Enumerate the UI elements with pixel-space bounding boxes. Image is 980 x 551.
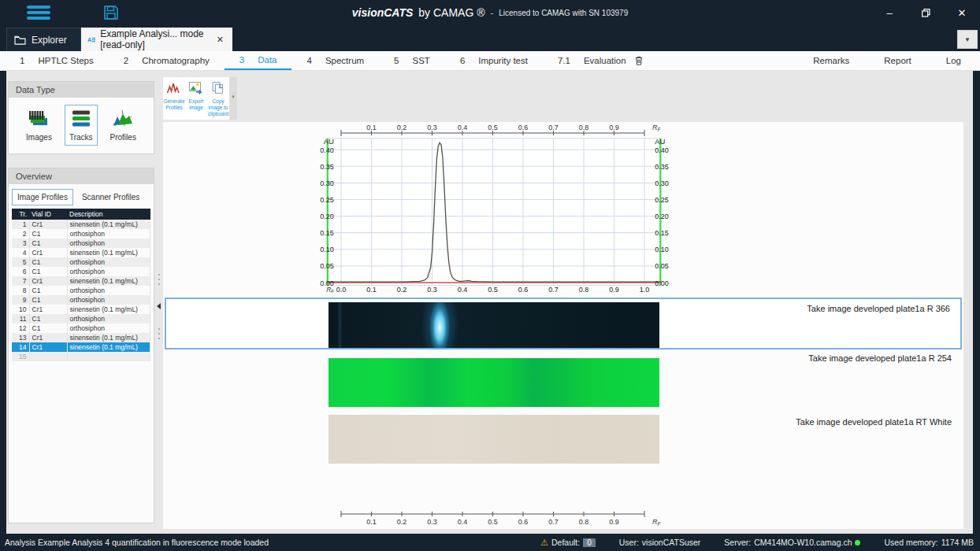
image-row-label: Take image developed plate1a R 254 bbox=[808, 353, 952, 363]
minimize-button[interactable]: – bbox=[871, 0, 908, 25]
data-type-profiles[interactable]: Profiles bbox=[106, 105, 141, 146]
image-row-img-white[interactable]: Take image developed plate1a RT White bbox=[165, 410, 962, 467]
x-tick-label: 0.1 bbox=[366, 286, 377, 294]
nav-link-log[interactable]: Log bbox=[946, 56, 961, 65]
nav-link-report[interactable]: Report bbox=[884, 56, 911, 65]
description: orthosiphon bbox=[67, 229, 150, 239]
densitogram-chart: 0.10.20.30.40.50.60.70.80.9RFAUAU0.000.0… bbox=[163, 122, 963, 297]
x-tick-label: 0.5 bbox=[488, 286, 498, 294]
ruler-tick-label: 0.5 bbox=[488, 124, 498, 131]
step-tab-evaluation[interactable]: 7.1Evaluation bbox=[543, 51, 658, 70]
step-tab-data[interactable]: 3Data bbox=[225, 51, 292, 70]
track-row[interactable]: 9C1orthosiphon bbox=[12, 295, 150, 305]
copy-image-to-clipboard-button[interactable]: Copy image to clipboard bbox=[207, 77, 229, 120]
step-tab-sst[interactable]: 5SST bbox=[379, 51, 445, 70]
nav-link-remarks[interactable]: Remarks bbox=[813, 56, 849, 65]
svg-text:A: A bbox=[87, 36, 92, 43]
collapse-sidebar-icon[interactable] bbox=[157, 303, 161, 309]
toolbar-overflow-button[interactable]: ▼ bbox=[229, 77, 237, 120]
vial-id: C1 bbox=[29, 229, 67, 239]
close-button[interactable]: ✕ bbox=[944, 0, 980, 25]
data-type-images[interactable]: Images bbox=[21, 105, 57, 146]
track-row[interactable]: 1Cr1sinensetin (0.1 mg/mL) bbox=[12, 220, 150, 229]
restore-button[interactable] bbox=[908, 0, 944, 25]
user-label: User: bbox=[619, 538, 639, 547]
track-number: 2 bbox=[12, 229, 29, 239]
plate-image-img-366[interactable] bbox=[329, 302, 659, 348]
track-row[interactable]: 7Cr1sinensetin (0.1 mg/mL) bbox=[12, 276, 150, 286]
export-image-button[interactable]: Export image bbox=[185, 77, 207, 120]
track-row[interactable]: 10Cr1sinensetin (0.1 mg/mL) bbox=[12, 305, 150, 314]
delete-step-icon[interactable] bbox=[635, 56, 643, 65]
data-type-label: Tracks bbox=[69, 133, 93, 142]
track-number: 11 bbox=[12, 314, 29, 324]
server-status: Server: CM414MO-W10.camag.ch bbox=[724, 538, 860, 547]
step-links: RemarksReportLog bbox=[813, 51, 980, 70]
track-row[interactable]: 4Cr1sinensetin (0.1 mg/mL) bbox=[12, 248, 150, 257]
description: sinensetin (0.1 mg/mL) bbox=[67, 342, 150, 352]
sidebar-splitter[interactable] bbox=[156, 122, 163, 529]
track-row[interactable]: 2C1orthosiphon bbox=[12, 229, 150, 239]
ruler-tick-label: 0.5 bbox=[488, 518, 498, 526]
splitter-grip[interactable] bbox=[158, 328, 160, 339]
column-header[interactable]: Vial ID bbox=[29, 209, 67, 220]
tab-scanner-profiles[interactable]: Scanner Profiles bbox=[76, 189, 145, 205]
track-row[interactable]: 11C1orthosiphon bbox=[12, 314, 150, 324]
image-row-img-254[interactable]: Take image developed plate1a R 254 bbox=[165, 352, 962, 407]
tab-close-icon[interactable]: ✕ bbox=[214, 33, 226, 46]
plate-image-img-254[interactable] bbox=[329, 358, 659, 407]
data-type-header: Data Type bbox=[9, 82, 154, 98]
step-number: 4 bbox=[306, 56, 311, 65]
track-row[interactable]: 5C1orthosiphon bbox=[12, 257, 150, 267]
generate-profiles-button[interactable]: Generate Profiles bbox=[163, 77, 185, 120]
track-row[interactable]: 14Cr1sinensetin (0.1 mg/mL) bbox=[12, 342, 150, 352]
vial-id: C1 bbox=[29, 324, 67, 333]
overview-header: Overview bbox=[9, 168, 154, 184]
step-tab-impurity-test[interactable]: 6Impurity test bbox=[445, 51, 543, 70]
description: orthosiphon bbox=[67, 314, 150, 324]
step-tab-chromatography[interactable]: 2Chromatography bbox=[109, 51, 225, 70]
tab-document[interactable]: A Example Analysi... mode [read-only] ✕ bbox=[81, 28, 232, 51]
step-label: Evaluation bbox=[584, 56, 626, 65]
step-label: Impurity test bbox=[478, 56, 528, 65]
step-number: 7.1 bbox=[558, 56, 570, 65]
description: sinensetin (0.1 mg/mL) bbox=[67, 305, 150, 314]
description: orthosiphon bbox=[67, 267, 150, 276]
vial-id: Cr1 bbox=[29, 276, 67, 286]
description: orthosiphon bbox=[67, 324, 150, 333]
track-row[interactable]: 3C1orthosiphon bbox=[12, 239, 150, 248]
tab-document-label: Example Analysi... mode [read-only] bbox=[100, 28, 210, 50]
overview-panel: Overview Image ProfilesScanner Profiles … bbox=[8, 168, 154, 523]
vial-id: C1 bbox=[29, 286, 67, 295]
image-row-img-366[interactable]: Take image developed plate1a R 366 bbox=[165, 298, 962, 349]
step-label: Chromatography bbox=[142, 56, 210, 65]
default-queue-status[interactable]: ⚠ Default: 0 bbox=[540, 538, 596, 548]
folder-icon bbox=[14, 35, 26, 45]
plate-image-img-white[interactable] bbox=[329, 415, 659, 464]
toolbar-button-label: Generate Profiles bbox=[163, 98, 185, 111]
track-row[interactable]: 15 bbox=[12, 352, 150, 361]
y-tick-label: 0.40 bbox=[655, 146, 669, 154]
vial-id: Cr1 bbox=[29, 248, 67, 257]
default-count-badge: 0 bbox=[583, 538, 596, 547]
data-type-tracks[interactable]: Tracks bbox=[65, 105, 98, 146]
track-row[interactable]: 12C1orthosiphon bbox=[12, 324, 150, 333]
step-number: 6 bbox=[460, 56, 465, 65]
ruler-tick-label: 0.2 bbox=[397, 124, 407, 131]
column-header[interactable]: Description bbox=[67, 209, 150, 220]
tab-image-profiles[interactable]: Image Profiles bbox=[12, 189, 73, 205]
image-row-label: Take image developed plate1a R 366 bbox=[807, 304, 950, 313]
description: sinensetin (0.1 mg/mL) bbox=[67, 220, 150, 229]
ruler-tick-label: 0.1 bbox=[366, 518, 377, 526]
tab-explorer[interactable]: Explorer bbox=[6, 28, 81, 51]
tabbar-dropdown-button[interactable]: ▼ bbox=[957, 30, 978, 49]
y-axis-unit: AU bbox=[655, 137, 665, 146]
track-row[interactable]: 8C1orthosiphon bbox=[12, 286, 150, 295]
track-row[interactable]: 6C1orthosiphon bbox=[12, 267, 150, 276]
track-row[interactable]: 13Cr1sinensetin (0.1 mg/mL) bbox=[12, 333, 150, 342]
track-detail-panel: 0.10.20.30.40.50.60.70.80.9RFAUAU0.000.0… bbox=[163, 122, 963, 529]
splitter-grip[interactable] bbox=[158, 274, 160, 285]
step-tab-spectrum[interactable]: 4Spectrum bbox=[291, 51, 379, 70]
column-header[interactable]: Tr. bbox=[12, 209, 29, 220]
step-tab-hptlc-steps[interactable]: 1HPTLC Steps bbox=[5, 51, 109, 70]
